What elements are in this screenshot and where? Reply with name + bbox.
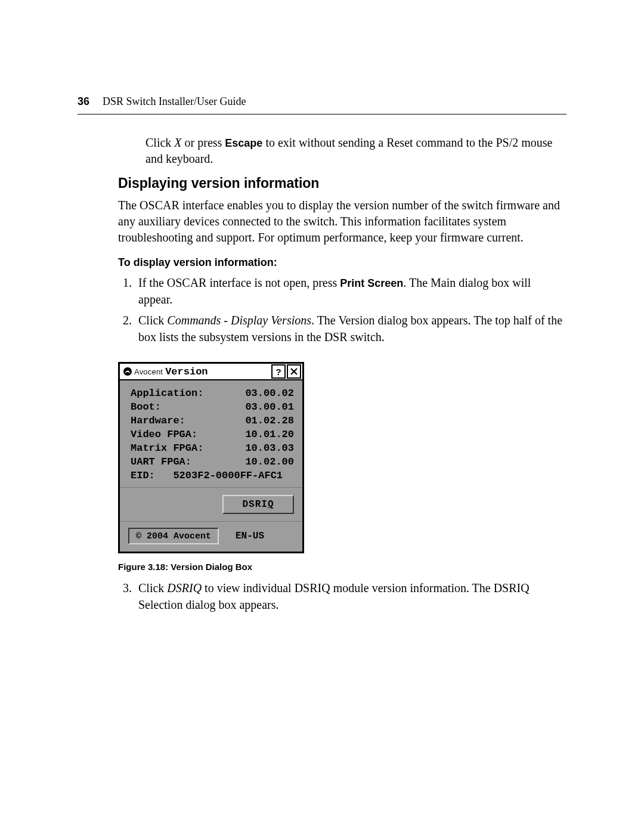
figure-caption: Figure 3.18: Version Dialog Box: [118, 562, 566, 572]
row-value: 03.00.01: [245, 401, 294, 413]
step-3: Click DSRIQ to view individual DSRIQ mod…: [135, 580, 566, 613]
row-label: Matrix FPGA:: [131, 442, 203, 454]
steps-list-cont: Click DSRIQ to view individual DSRIQ mod…: [118, 580, 566, 613]
version-row: Video FPGA: 10.01.20: [131, 429, 294, 440]
dialog-footer: © 2004 Avocent EN-US: [120, 522, 302, 552]
version-row: Hardware: 01.02.28: [131, 415, 294, 426]
page-header: 36 DSR Switch Installer/User Guide: [78, 95, 566, 114]
step-2: Click Commands - Display Versions. The V…: [135, 312, 566, 345]
row-label: UART FPGA:: [131, 456, 191, 467]
commands-menu: Commands - Display Versions: [167, 314, 311, 327]
dialog-body: Application: 03.00.02 Boot: 03.00.01 Har…: [120, 380, 302, 488]
escape-paragraph: Click X or press Escape to exit without …: [145, 135, 566, 167]
row-label: Boot:: [131, 401, 161, 413]
brand-text: Avocent: [134, 367, 163, 376]
version-row: UART FPGA: 10.02.00: [131, 456, 294, 467]
row-value: 01.02.28: [245, 415, 294, 426]
escape-key: Escape: [225, 137, 262, 149]
row-value: 03.00.02: [245, 388, 294, 399]
row-value: 10.03.03: [245, 442, 294, 454]
dsriq-ref: DSRIQ: [167, 581, 202, 594]
eid-row: EID: 5203F2-0000FF-AFC1: [131, 470, 294, 481]
version-row: Boot: 03.00.01: [131, 401, 294, 413]
steps-list: If the OSCAR interface is not open, pres…: [118, 275, 566, 345]
step-1: If the OSCAR interface is not open, pres…: [135, 275, 566, 308]
close-icon: [290, 367, 298, 376]
section-heading: Displaying version information: [118, 175, 566, 191]
row-label: Video FPGA:: [131, 429, 197, 440]
print-screen-key: Print Screen: [340, 277, 403, 289]
version-row: Application: 03.00.02: [131, 388, 294, 399]
header-title: DSR Switch Installer/User Guide: [103, 95, 246, 108]
eid-label: EID:: [131, 470, 155, 481]
subheading: To display version information:: [118, 256, 566, 269]
document-page: 36 DSR Switch Installer/User Guide Click…: [0, 0, 644, 833]
dialog-titlebar: Avocent Version ?: [120, 364, 302, 380]
version-row: Matrix FPGA: 10.03.03: [131, 442, 294, 454]
copyright-button[interactable]: © 2004 Avocent: [128, 528, 219, 544]
eid-value: 5203F2-0000FF-AFC1: [173, 470, 283, 481]
row-label: Hardware:: [131, 415, 185, 426]
dsriq-button[interactable]: DSRIQ: [222, 495, 294, 514]
page-number: 36: [78, 95, 89, 108]
help-button[interactable]: ?: [271, 364, 286, 379]
row-value: 10.01.20: [245, 429, 294, 440]
dialog-button-area: DSRIQ: [120, 488, 302, 522]
locale-label: EN-US: [236, 531, 264, 541]
x-ref: X: [174, 136, 181, 149]
close-button[interactable]: [287, 364, 301, 379]
intro-paragraph: The OSCAR interface enables you to displ…: [118, 197, 566, 246]
row-label: Application:: [131, 388, 203, 399]
row-value: 10.02.00: [245, 456, 294, 467]
dialog-title: Version: [165, 366, 208, 377]
version-dialog: Avocent Version ? Application: 03.00.02: [118, 362, 304, 553]
avocent-logo-icon: [122, 366, 133, 377]
